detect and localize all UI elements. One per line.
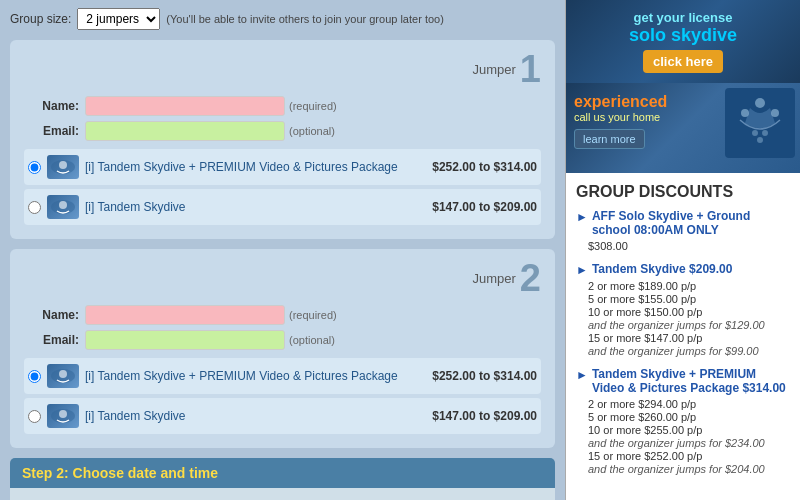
discount-1-detail-0: 2 or more $189.00 p/p <box>588 280 790 292</box>
discount-item-1-header: ► Tandem Skydive $209.00 <box>576 262 790 277</box>
jumper-2-name-row: Name: (required) <box>24 305 541 325</box>
discount-1-detail-4: 15 or more $147.00 p/p <box>588 332 790 344</box>
svg-point-10 <box>741 109 749 117</box>
jumper-1-email-row: Email: (optional) <box>24 121 541 141</box>
jumper-2-package-basic: [i] Tandem Skydive $147.00 to $209.00 <box>24 398 541 434</box>
jumper-1-pkg-basic-price: $147.00 to $209.00 <box>432 200 537 214</box>
discount-2-detail-3: and the organizer jumps for $234.00 <box>588 437 790 449</box>
jumper-1-name-label: Name: <box>24 99 79 113</box>
jumper-1-email-label: Email: <box>24 124 79 138</box>
jumper-2-package-basic-icon <box>47 404 79 428</box>
jumper-2-name-input[interactable] <box>85 305 285 325</box>
group-discounts-section: GROUP DISCOUNTS ► AFF Solo Skydive + Gro… <box>566 173 800 495</box>
jumper-1-label: Jumper <box>473 62 516 77</box>
jumper-2-pkg-premium-price: $252.00 to $314.00 <box>432 369 537 383</box>
discount-details-0: $308.00 <box>576 240 790 252</box>
jumper-1-name-row: Name: (required) <box>24 96 541 116</box>
jumper-2-pkg-basic-price: $147.00 to $209.00 <box>432 409 537 423</box>
left-column: Group size: 2 jumpers 1 jumper 3 jumpers… <box>0 0 565 500</box>
svg-point-13 <box>762 130 768 136</box>
jumper-1-email-optional: (optional) <box>289 125 335 137</box>
jumper-2-email-optional: (optional) <box>289 334 335 346</box>
group-size-select[interactable]: 2 jumpers 1 jumper 3 jumpers 4 jumpers <box>77 8 160 30</box>
solo-get-license: get your license <box>634 10 733 25</box>
skydive-icon-1a <box>49 157 77 177</box>
discount-1-detail-5: and the organizer jumps for $99.00 <box>588 345 790 357</box>
jumper-2-label: Jumper <box>473 271 516 286</box>
discount-1-detail-1: 5 or more $155.00 p/p <box>588 293 790 305</box>
group-discounts-title: GROUP DISCOUNTS <box>576 183 790 201</box>
skydivers-svg <box>725 88 795 158</box>
skydive-icon-1b <box>49 197 77 217</box>
learn-more-button[interactable]: learn more <box>574 129 645 149</box>
discount-item-0: ► AFF Solo Skydive + Ground school 08:00… <box>576 209 790 252</box>
discount-2-detail-2: 10 or more $255.00 p/p <box>588 424 790 436</box>
discount-arrow-1: ► <box>576 263 588 277</box>
jumper-1-package-premium-radio[interactable] <box>28 161 41 174</box>
jumper-1-package-premium-icon <box>47 155 79 179</box>
jumper-2-name-required: (required) <box>289 309 337 321</box>
solo-banner-line2: solo skydive <box>629 25 737 46</box>
discount-arrow-2: ► <box>576 368 588 382</box>
discount-details-2: 2 or more $294.00 p/p 5 or more $260.00 … <box>576 398 790 475</box>
step2-title-highlight: Choose date and time <box>73 465 218 481</box>
jumper-1-package-basic: [i] Tandem Skydive $147.00 to $209.00 <box>24 189 541 225</box>
discount-1-detail-2: 10 or more $150.00 p/p <box>588 306 790 318</box>
jumper-card-1: Jumper 1 Name: (required) Email: (option… <box>10 40 555 239</box>
step2-title: Step 2: Choose date and time <box>22 465 543 481</box>
discount-title-0: AFF Solo Skydive + Ground school 08:00AM… <box>592 209 790 237</box>
jumper-2-package-premium: [i] Tandem Skydive + PREMIUM Video & Pic… <box>24 358 541 394</box>
group-size-note: (You'll be able to invite others to join… <box>166 13 443 25</box>
jumper-1-pkg-basic-name: [i] Tandem Skydive <box>85 200 432 214</box>
jumper-1-pkg-premium-name: [i] Tandem Skydive + PREMIUM Video & Pic… <box>85 160 432 174</box>
jumper-2-header: Jumper 2 <box>24 259 541 297</box>
step2-header: Step 2: Choose date and time <box>10 458 555 488</box>
discount-item-2-header: ► Tandem Skydive + PREMIUM Video & Pictu… <box>576 367 790 395</box>
jumper-2-name-label: Name: <box>24 308 79 322</box>
discount-2-detail-1: 5 or more $260.00 p/p <box>588 411 790 423</box>
jumper-2-pkg-basic-name: [i] Tandem Skydive <box>85 409 432 423</box>
jumper-1-name-required: (required) <box>289 100 337 112</box>
skydive-icon-2b <box>49 406 77 426</box>
discount-details-1: 2 or more $189.00 p/p 5 or more $155.00 … <box>576 280 790 357</box>
discount-arrow-0: ► <box>576 210 588 224</box>
jumper-2-email-input[interactable] <box>85 330 285 350</box>
solo-skydive-banner[interactable]: get your license solo skydive click here <box>566 0 800 83</box>
step2-body: Please pick a date and a time for your g… <box>10 488 555 500</box>
jumper-1-name-input[interactable] <box>85 96 285 116</box>
solo-banner-line1: get your license <box>634 10 733 25</box>
svg-point-9 <box>755 98 765 108</box>
jumper-2-package-premium-icon <box>47 364 79 388</box>
skydivers-image <box>725 88 795 158</box>
jumper-1-packages: [i] Tandem Skydive + PREMIUM Video & Pic… <box>24 149 541 225</box>
jumper-1-package-basic-radio[interactable] <box>28 201 41 214</box>
step2-section: Step 2: Choose date and time Please pick… <box>10 458 555 500</box>
experienced-banner[interactable]: experienced call us your home learn more <box>566 83 800 173</box>
jumper-1-number: 1 <box>520 50 541 88</box>
step2-title-main: Step 2: <box>22 465 73 481</box>
jumper-2-pkg-premium-name: [i] Tandem Skydive + PREMIUM Video & Pic… <box>85 369 432 383</box>
jumper-2-packages: [i] Tandem Skydive + PREMIUM Video & Pic… <box>24 358 541 434</box>
discount-item-2: ► Tandem Skydive + PREMIUM Video & Pictu… <box>576 367 790 475</box>
jumper-2-package-premium-radio[interactable] <box>28 370 41 383</box>
jumper-card-2: Jumper 2 Name: (required) Email: (option… <box>10 249 555 448</box>
jumper-2-email-label: Email: <box>24 333 79 347</box>
svg-point-3 <box>59 201 67 209</box>
jumper-2-number: 2 <box>520 259 541 297</box>
svg-point-7 <box>59 410 67 418</box>
jumper-1-header: Jumper 1 <box>24 50 541 88</box>
svg-point-1 <box>59 161 67 169</box>
jumper-2-package-basic-radio[interactable] <box>28 410 41 423</box>
discount-2-detail-4: 15 or more $252.00 p/p <box>588 450 790 462</box>
discount-2-detail-5: and the organizer jumps for $204.00 <box>588 463 790 475</box>
skydive-icon-2a <box>49 366 77 386</box>
click-here-button[interactable]: click here <box>643 50 723 73</box>
svg-point-5 <box>59 370 67 378</box>
jumper-1-package-premium: [i] Tandem Skydive + PREMIUM Video & Pic… <box>24 149 541 185</box>
jumper-1-email-input[interactable] <box>85 121 285 141</box>
svg-point-14 <box>757 137 763 143</box>
jumper-1-package-basic-icon <box>47 195 79 219</box>
discount-title-2: Tandem Skydive + PREMIUM Video & Picture… <box>592 367 790 395</box>
discount-item-1: ► Tandem Skydive $209.00 2 or more $189.… <box>576 262 790 357</box>
discount-2-detail-0: 2 or more $294.00 p/p <box>588 398 790 410</box>
